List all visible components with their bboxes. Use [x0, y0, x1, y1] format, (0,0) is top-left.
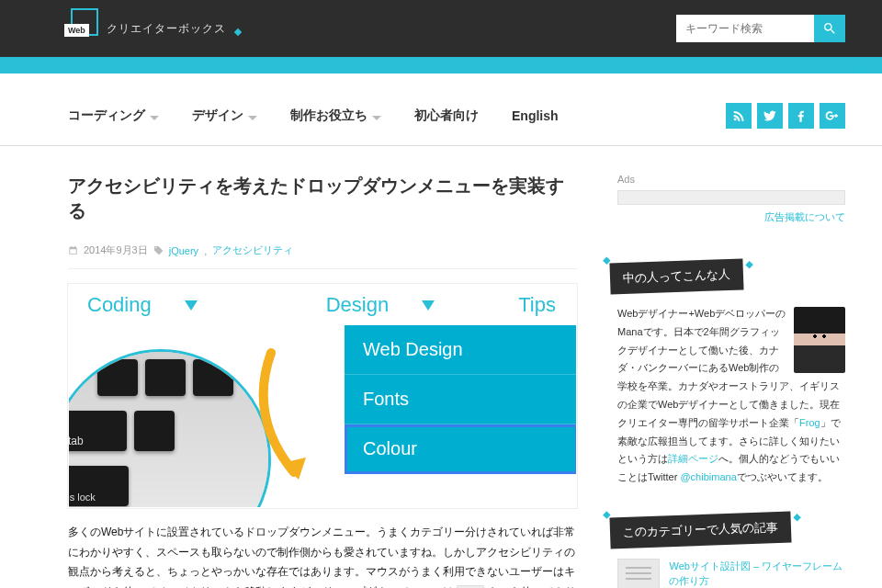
chevron-down-icon [372, 111, 381, 120]
ads-about-link[interactable]: 広告掲載について [617, 210, 845, 224]
header: クリエイターボックス [0, 0, 882, 57]
article: アクセシビリティを考えたドロップダウンメニューを実装する 2014年9月3日 j… [68, 174, 577, 588]
popular-header: このカテゴリーで人気の記事 [617, 514, 845, 546]
ribbon-title: このカテゴリーで人気の記事 [609, 512, 791, 549]
zigzag-divider [0, 57, 882, 79]
article-date: 2014年9月3日 [84, 243, 148, 257]
tag-link[interactable]: アクセシビリティ [212, 243, 293, 257]
gplus-link[interactable] [820, 103, 845, 129]
chevron-down-icon [150, 111, 159, 120]
main-nav: コーディング デザイン 制作お役立ち 初心者向け English [0, 79, 882, 146]
keyboard-image: tab caps lock [68, 349, 271, 508]
popular-link[interactable]: Webサイト設計図 – ワイヤーフレームの作り方 [669, 559, 845, 588]
profile-text: Webデザイナー+WebデベロッパーのManaです。日本で2年間グラフィックデザ… [617, 305, 845, 487]
hero-menu-coding: Coding [87, 293, 152, 317]
search-input[interactable] [676, 15, 814, 42]
triangle-down-icon [422, 300, 435, 311]
arrow-icon [243, 353, 326, 491]
twitter-link[interactable] [757, 103, 783, 129]
avatar [794, 307, 845, 373]
search-form [676, 15, 845, 42]
search-icon [822, 21, 837, 36]
social-links [726, 103, 845, 129]
rss-icon [731, 108, 746, 123]
hero-menu-design: Design [326, 293, 389, 317]
rss-link[interactable] [726, 103, 752, 129]
article-meta: 2014年9月3日 jQuery, アクセシビリティ [68, 243, 577, 269]
calendar-icon [68, 245, 78, 255]
chevron-down-icon [248, 111, 257, 120]
tag-icon [153, 245, 164, 255]
sidebar: Ads 広告掲載について 中の人ってこんな人 Webデザイナー+Webデベロッパ… [617, 174, 845, 588]
nav-item-english[interactable]: English [512, 107, 559, 124]
nav-label: デザイン [192, 107, 243, 124]
dropdown-item: Fonts [345, 375, 577, 424]
hero-dropdown: Web Design Fonts Colour [345, 325, 577, 474]
frog-link[interactable]: Frog [799, 417, 820, 428]
logo-text: クリエイターボックス [107, 21, 226, 37]
article-title: アクセシビリティを考えたドロップダウンメニューを実装する [68, 174, 577, 223]
twitter-handle-link[interactable]: @chibimana [680, 471, 736, 482]
article-hero: Coding Design Tips tab caps lock Web Des… [68, 284, 577, 508]
nav-item-tips[interactable]: 制作お役立ち [290, 107, 381, 124]
facebook-icon [794, 108, 808, 123]
detail-link[interactable]: 詳細ページ [668, 453, 718, 464]
ribbon-title: 中の人ってこんな人 [609, 258, 743, 294]
facebook-link[interactable] [788, 103, 814, 129]
nav-label: 初心者向け [414, 107, 479, 124]
popular-item[interactable]: Webサイト設計図 – ワイヤーフレームの作り方 [617, 559, 845, 588]
nav-item-beginner[interactable]: 初心者向け [414, 107, 479, 124]
nav-item-design[interactable]: デザイン [192, 107, 257, 124]
ads-label: Ads [617, 174, 845, 185]
ads-placeholder [617, 190, 845, 205]
site-logo[interactable]: クリエイターボックス [64, 11, 241, 46]
nav-label: 制作お役立ち [290, 107, 368, 124]
dropdown-item-selected: Colour [345, 424, 577, 474]
twitter-icon [763, 108, 777, 123]
tab-key: tab [68, 411, 127, 451]
nav-label: コーディング [68, 107, 145, 124]
nav-label: English [512, 108, 559, 123]
triangle-down-icon [185, 300, 198, 311]
about-header: 中の人ってこんな人 [617, 261, 845, 292]
dropdown-item: Web Design [345, 325, 577, 375]
gplus-icon [825, 108, 840, 123]
popular-thumb [617, 559, 660, 588]
article-body: 多くのWebサイトに設置されているドロップダウンメニュー。うまくカテゴリー分けさ… [68, 523, 577, 588]
tag-link[interactable]: jQuery [169, 245, 198, 256]
capslock-key: caps lock [68, 466, 129, 506]
diamond-icon [234, 28, 242, 36]
profile-segment: でつぶやいてます。 [737, 471, 828, 482]
search-button[interactable] [814, 15, 845, 42]
body-text: 多くのWebサイトに設置されているドロップダウンメニュー。うまくカテゴリー分けさ… [68, 526, 575, 588]
logo-icon [64, 11, 99, 46]
nav-item-coding[interactable]: コーディング [68, 107, 159, 124]
hero-menu-tips: Tips [518, 293, 556, 317]
